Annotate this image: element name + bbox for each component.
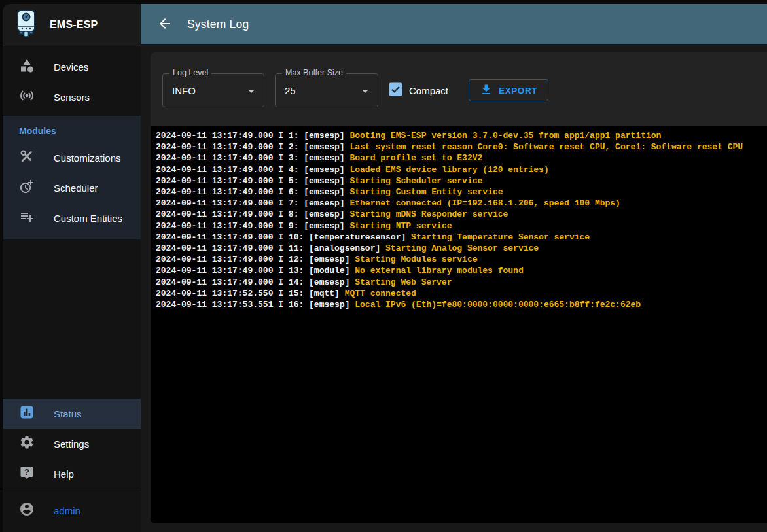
export-button[interactable]: EXPORT [469,79,548,101]
sidebar-item-label: Help [54,469,74,480]
log-line: 2024-09-11 13:17:49.000 I 8: [emsesp] St… [156,209,762,220]
sidebar-item-scheduler[interactable]: Scheduler [3,173,141,203]
svg-text:?: ? [24,468,29,477]
log-line: 2024-09-11 13:17:49.000 I 5: [emsesp] St… [156,175,762,186]
compact-checkbox-label: Compact [409,85,448,96]
arrow-left-icon [157,16,173,33]
sidebar-item-label: admin [54,505,80,516]
log-line: 2024-09-11 13:17:49.000 I 4: [emsesp] Lo… [156,164,762,175]
log-level-value: INFO [163,85,196,96]
app-window: EMS-ESP Devices [3,4,767,532]
log-level-select[interactable]: Log Level INFO [162,73,264,107]
download-icon [480,83,493,98]
sidebar-item-label: Customizations [54,152,121,164]
boiler-logo-icon [13,9,39,41]
system-log-card: Log Level INFO Max Buffer Size 25 [151,52,767,523]
appbar: System Log [141,4,767,44]
log-line: 2024-09-11 13:17:53.551 I 16: [emsesp] L… [156,299,762,310]
poll-icon [19,404,35,423]
sidebar-item-help[interactable]: ? Help [3,459,141,489]
sidebar-item-label: Settings [54,438,89,450]
sidebar-header: EMS-ESP [3,4,141,46]
sidebar-item-settings[interactable]: Settings [3,429,141,459]
log-controls: Log Level INFO Max Buffer Size 25 [151,52,767,126]
main-area: System Log Log Level INFO Max Buffer Siz… [141,4,767,532]
max-buffer-select[interactable]: Max Buffer Size 25 [275,73,378,107]
log-line: 2024-09-11 13:17:49.000 I 10: [temperatu… [156,232,762,243]
sidebar-item-sensors[interactable]: Sensors [3,82,141,112]
sensors-icon [19,88,35,106]
sidebar-item-label: Sensors [54,92,90,103]
sidebar-item-label: Status [54,408,82,419]
sidebar-item-custom-entities[interactable]: Custom Entities [3,203,141,233]
category-icon [19,58,35,76]
sidebar-item-customizations[interactable]: Customizations [3,143,141,173]
account-circle-icon [19,501,35,520]
content: Log Level INFO Max Buffer Size 25 [141,44,767,532]
chevron-down-icon [243,83,259,101]
gear-icon [19,434,35,453]
log-line: 2024-09-11 13:17:49.000 I 6: [emsesp] St… [156,186,762,198]
playlist-add-icon [19,209,35,227]
max-buffer-label: Max Buffer Size [282,68,346,77]
chevron-down-icon [357,83,373,101]
more-time-icon [19,179,35,197]
sidebar-item-admin[interactable]: admin [3,495,141,525]
log-line: 2024-09-11 13:17:52.550 I 15: [mqtt] MQT… [156,288,762,299]
sidebar: EMS-ESP Devices [3,4,141,532]
sidebar-item-status[interactable]: Status [3,399,141,429]
back-button[interactable] [157,16,173,33]
max-buffer-value: 25 [276,85,296,96]
export-button-label: EXPORT [499,86,537,96]
log-line: 2024-09-11 13:17:49.000 I 1: [emsesp] Bo… [156,130,762,141]
sidebar-item-devices[interactable]: Devices [3,52,141,82]
page-title: System Log [187,18,249,31]
log-line: 2024-09-11 13:17:49.000 I 11: [analogsen… [156,243,762,254]
sidebar-item-label: Custom Entities [54,213,122,224]
app-title: EMS-ESP [50,19,98,31]
sidebar-item-label: Scheduler [54,183,98,194]
modules-section: Modules Customizations [3,116,141,239]
construction-icon [19,149,35,167]
log-line: 2024-09-11 13:17:49.000 I 12: [emsesp] S… [156,254,762,265]
log-line: 2024-09-11 13:17:49.000 I 13: [module] N… [156,265,762,276]
log-line: 2024-09-11 13:17:49.000 I 14: [emsesp] S… [156,277,762,288]
help-icon: ? [19,465,35,483]
log-line: 2024-09-11 13:17:49.000 I 9: [emsesp] St… [156,221,762,232]
log-level-label: Log Level [169,68,211,77]
log-line: 2024-09-11 13:17:49.000 I 2: [emsesp] La… [156,141,762,152]
log-line: 2024-09-11 13:17:49.000 I 7: [emsesp] Et… [156,198,762,209]
compact-checkbox-row[interactable]: Compact [389,82,448,99]
modules-section-label: Modules [3,116,141,143]
log-line: 2024-09-11 13:17:49.000 I 3: [emsesp] Bo… [156,152,762,164]
log-output: 2024-09-11 13:17:49.000 I 1: [emsesp] Bo… [151,126,767,523]
checkbox-checked-icon[interactable] [389,82,402,99]
sidebar-item-label: Devices [54,62,88,73]
